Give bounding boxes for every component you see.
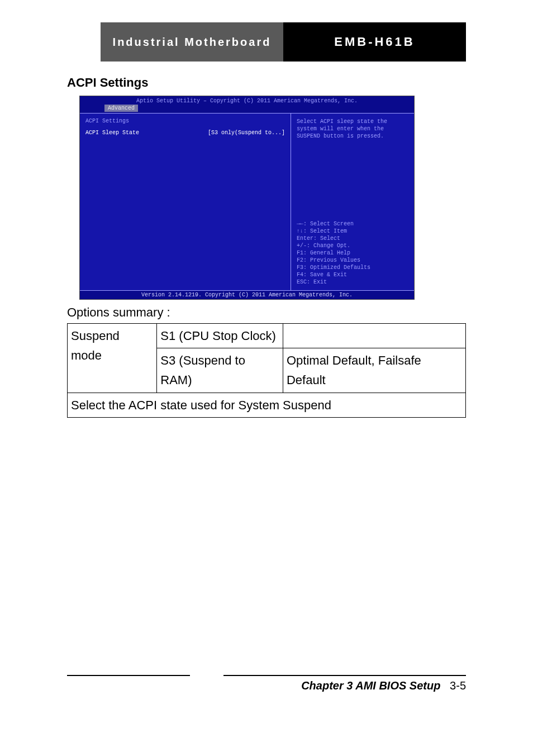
banner-left-label: Industrial Motherboard [101,22,283,62]
nav-line: Enter: Select [297,235,408,242]
cell-option-1: S1 (CPU Stop Clock) [157,324,283,348]
bios-help-text: Select ACPI sleep state the system will … [297,118,408,140]
cell-description: Select the ACPI state used for System Su… [68,393,466,417]
nav-line: ↑↓: Select Item [297,228,408,235]
bios-body: ACPI Settings ACPI Sleep State [S3 only(… [80,113,414,291]
cell-note-1 [283,324,465,348]
bios-right-pane: Select ACPI sleep state the system will … [291,114,414,290]
bios-screenshot: Aptio Setup Utility – Copyright (C) 2011… [79,96,415,300]
table-row: Suspend mode S1 (CPU Stop Clock) [68,324,466,348]
page-footer-text: Chapter 3 AMI BIOS Setup 3-5 [67,679,466,692]
cell-note-2: Optimal Default, Failsafe Default [283,348,465,393]
bios-setting-label: ACPI Sleep State [85,130,139,136]
rule-left [67,675,190,676]
bios-setting-value: [S3 only(Suspend to...] [208,130,285,136]
nav-line: F3: Optimized Defaults [297,264,408,271]
nav-line: F4: Save & Exit [297,271,408,278]
rule-right [223,675,466,676]
options-summary-table: Suspend mode S1 (CPU Stop Clock) S3 (Sus… [67,323,466,418]
cell-setting-name: Suspend mode [68,324,157,393]
bios-tab-advanced: Advanced [104,105,138,112]
bios-left-pane: ACPI Settings ACPI Sleep State [S3 only(… [80,114,291,290]
nav-line: F1: General Help [297,249,408,257]
nav-line: +/-: Change Opt. [297,242,408,249]
bios-setting-row: ACPI Sleep State [S3 only(Suspend to...] [85,130,285,136]
bios-left-title: ACPI Settings [85,118,285,124]
table-row: Select the ACPI state used for System Su… [68,393,466,417]
options-summary-label: Options summary : [67,305,466,320]
bios-nav-help: →←: Select Screen ↑↓: Select Item Enter:… [297,220,408,286]
bios-title: Aptio Setup Utility – Copyright (C) 2011… [80,96,414,104]
cell-option-2: S3 (Suspend to RAM) [157,348,283,393]
nav-line: ESC: Exit [297,278,408,286]
top-banner: Industrial Motherboard EMB-H61B [101,22,466,62]
section-heading: ACPI Settings [67,75,466,90]
page: Industrial Motherboard EMB-H61B ACPI Set… [0,0,533,715]
page-footer-rule [67,675,466,676]
page-number-label: 3-5 [450,679,466,692]
bios-tab-row: Advanced [80,104,414,113]
chapter-label: Chapter 3 AMI BIOS Setup [301,679,440,692]
nav-line: →←: Select Screen [297,220,408,228]
banner-right-label: EMB-H61B [283,22,466,62]
nav-line: F2: Previous Values [297,257,408,264]
bios-footer: Version 2.14.1219. Copyright (C) 2011 Am… [80,291,414,299]
